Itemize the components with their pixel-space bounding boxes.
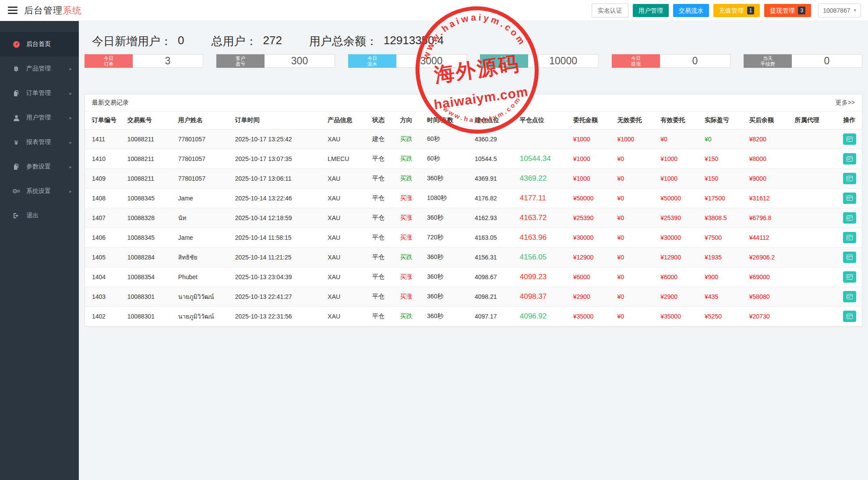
header-button-user-manage[interactable]: 用户管理 (633, 4, 669, 17)
sidebar-item-params[interactable]: 参数设置▸ (0, 154, 79, 179)
td-open-point: 4176.82 (473, 189, 518, 208)
td-balance: ¥6796.8 (748, 208, 793, 228)
td-status: 平仓 (370, 149, 399, 169)
td-amount: ¥1000 (572, 169, 616, 189)
order-detail-button[interactable] (843, 212, 856, 224)
td-product: LMECU (326, 149, 370, 169)
td-balance: ¥69000 (748, 267, 793, 287)
order-detail-button[interactable] (843, 193, 856, 204)
order-detail-button[interactable] (843, 232, 856, 243)
sidebar-item-logout[interactable]: 退出 (0, 203, 79, 228)
order-detail-button[interactable] (843, 271, 856, 283)
column-header-3: 用户姓名 (176, 112, 233, 130)
stat-card-value: 300 (265, 54, 335, 68)
td-valid: ¥2900 (659, 287, 703, 307)
td-product: XAU (326, 307, 370, 326)
td-open-point: 4162.93 (473, 208, 518, 228)
top-bar: 后台管理系统 实名认证用户管理交易流水充值管理1提现管理3 10087867 ▾ (0, 0, 868, 21)
td-agent (793, 267, 842, 287)
td-duration: 360秒 (425, 307, 473, 326)
td-valid: ¥1000 (659, 149, 703, 169)
td-valid: ¥35000 (659, 307, 703, 326)
td-status: 平仓 (370, 189, 399, 208)
more-link[interactable]: 更多>> (836, 99, 855, 107)
hamburger-menu-icon[interactable] (8, 5, 18, 16)
header-button-label: 充值管理 (719, 4, 744, 17)
td-open-point: 10544.5 (473, 149, 518, 169)
td-profit: ¥5250 (703, 307, 748, 326)
order-detail-button[interactable] (843, 252, 856, 263)
column-header-14: 实际盈亏 (703, 112, 748, 130)
sidebar-item-user[interactable]: 用户管理▸ (0, 105, 79, 130)
td-user: 77801057 (176, 149, 233, 169)
td-user: 77801057 (176, 169, 233, 189)
account-dropdown[interactable]: 10087867 ▾ (818, 4, 861, 18)
td-account: 10088328 (126, 208, 176, 228)
table-header-row: 订单编号交易账号用户姓名订单时间产品信息状态方向时间/点数建仓点位平仓点位委托金… (85, 112, 862, 130)
td-valid: ¥30000 (659, 228, 703, 248)
td-agent (793, 228, 842, 248)
td-status: 建仓 (370, 130, 399, 149)
header-button-trade-flow[interactable]: 交易流水 (673, 4, 709, 17)
header-button-realname-auth[interactable]: 实名认证 (592, 4, 628, 18)
td-action (841, 248, 862, 267)
sidebar-item-label: 参数设置 (26, 163, 51, 171)
stat-card-value: 0 (792, 54, 862, 68)
chevron-right-icon: ▸ (69, 164, 72, 170)
td-status: 平仓 (370, 208, 399, 228)
td-close-point: 4156.05 (518, 248, 572, 267)
order-detail-button[interactable] (843, 311, 856, 322)
td-status: 平仓 (370, 307, 399, 326)
table-body: 141110088211778010572025-10-17 13:25:42X… (85, 130, 862, 326)
header-button-recharge-manage[interactable]: 充值管理1 (713, 4, 760, 17)
order-detail-button[interactable] (843, 133, 856, 145)
table-row: 140410088354Phubet2025-10-13 23:04:39XAU… (85, 267, 862, 287)
sidebar-item-label: 用户管理 (26, 114, 51, 122)
stat-cards: 今日订单3客户盈亏300今日流水3000今日充值10000今日提现0当天手续费0 (85, 54, 862, 68)
list-icon (847, 294, 853, 299)
stat-card-today-recharge: 今日充值10000 (480, 54, 599, 68)
order-detail-button[interactable] (843, 291, 856, 302)
td-product: XAU (326, 228, 370, 248)
column-header-16: 所属代理 (793, 112, 842, 130)
sidebar-item-system[interactable]: ⚙⚙系统设置▸ (0, 179, 79, 203)
td-direction: 买涨 (399, 287, 425, 307)
sidebar-item-report[interactable]: ¥报表管理▸ (0, 130, 79, 154)
td-account: 10088345 (126, 189, 176, 208)
td-product: XAU (326, 287, 370, 307)
stat-card-client-pnl: 客户盈亏300 (216, 54, 335, 68)
order-detail-button[interactable] (843, 153, 856, 165)
chevron-right-icon: ▸ (69, 115, 72, 121)
td-duration: 1080秒 (425, 189, 473, 208)
list-icon (847, 235, 853, 240)
td-time: 2025-10-14 11:21:25 (233, 248, 326, 267)
header-button-withdraw-manage[interactable]: 提现管理3 (764, 4, 811, 17)
td-status: 平仓 (370, 248, 399, 267)
td-open-point: 4097.17 (473, 307, 518, 326)
stat-card-today-orders: 今日订单3 (85, 54, 203, 68)
table-row: 140210088301นายภูมิวิวัฒน์2025-10-13 22:… (85, 307, 862, 326)
td-order-no: 1406 (85, 228, 126, 248)
td-open-point: 4360.29 (473, 130, 518, 149)
td-time: 2025-10-14 12:18:59 (233, 208, 326, 228)
td-invalid: ¥0 (615, 149, 659, 169)
td-invalid: ¥0 (615, 287, 659, 307)
list-icon (847, 196, 853, 201)
stat-value: 272 (263, 34, 282, 49)
td-order-no: 1405 (85, 248, 126, 267)
td-agent (793, 287, 842, 307)
admin-dashboard: 后台管理系统 实名认证用户管理交易流水充值管理1提现管理3 10087867 ▾… (0, 0, 868, 480)
td-account: 10088211 (126, 169, 176, 189)
td-open-point: 4098.21 (473, 287, 518, 307)
td-direction: 买涨 (399, 189, 425, 208)
sidebar-item-order[interactable]: 订单管理▸ (0, 81, 79, 105)
sidebar-item-product[interactable]: ฿产品管理▸ (0, 56, 79, 81)
td-invalid: ¥0 (615, 228, 659, 248)
order-detail-button[interactable] (843, 173, 856, 184)
notification-badge: 1 (747, 7, 755, 14)
td-product: XAU (326, 189, 370, 208)
sidebar-item-home[interactable]: 后台首页 (0, 32, 79, 56)
td-account: 10088345 (126, 228, 176, 248)
gears-icon: ⚙⚙ (12, 188, 21, 195)
column-header-4: 订单时间 (233, 112, 326, 130)
